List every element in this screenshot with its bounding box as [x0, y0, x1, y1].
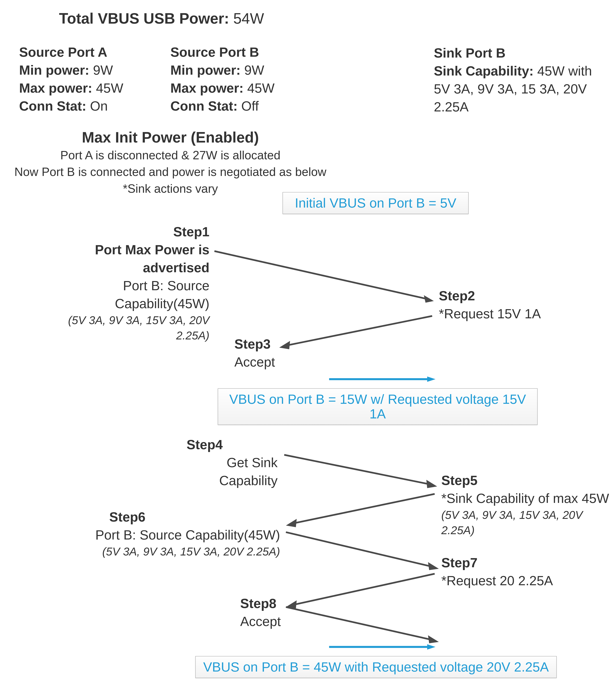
status-initial-text: Initial VBUS on Port B = 5V: [295, 196, 457, 210]
step3-label: Step3: [234, 335, 301, 353]
svg-marker-7: [426, 480, 437, 488]
step7-line1: *Request 20 2.25A: [441, 572, 591, 590]
sink-b-heading: Sink Port B: [434, 44, 616, 62]
source-a-min-label: Min power:: [19, 63, 89, 78]
source-b-heading: Source Port B: [170, 43, 317, 61]
status-vbus-45w: VBUS on Port B = 45W with Requested volt…: [195, 656, 557, 678]
source-b-max-value: 45W: [247, 81, 274, 95]
svg-marker-5: [427, 377, 436, 382]
max-init-line2: Now Port B is connected and power is neg…: [10, 164, 331, 180]
sink-b-cap-line2: 5V 3A, 9V 3A, 15 3A, 20V 2.25A: [434, 82, 587, 114]
step5: Step5 *Sink Capability of max 45W (5V 3A…: [441, 471, 611, 538]
source-a-conn-value: On: [90, 99, 108, 113]
arrow-s1-to-s2: [215, 251, 434, 304]
source-port-a: Source Port A Min power: 9W Max power: 4…: [19, 43, 166, 115]
svg-line-10: [286, 532, 434, 567]
svg-line-12: [291, 574, 435, 605]
step5-line1: *Sink Capability of max 45W: [441, 489, 611, 508]
svg-marker-17: [427, 644, 436, 649]
max-init-block: Max Init Power (Enabled) Port A is disco…: [10, 128, 331, 197]
status-initial-vbus: Initial VBUS on Port B = 5V: [283, 192, 468, 214]
svg-line-8: [291, 494, 435, 524]
svg-marker-9: [286, 519, 297, 527]
step3-line1: Accept: [234, 353, 301, 371]
arrow-s2-to-s3: [279, 316, 434, 351]
step4-label: Step4: [166, 436, 278, 454]
title-label: Total VBUS USB Power:: [59, 10, 229, 27]
max-init-heading: Max Init Power (Enabled): [10, 128, 331, 147]
arrow-s4-to-s5: [284, 455, 437, 490]
step6-label: Step6: [91, 508, 280, 526]
max-init-line1: Port A is disconnected & 27W is allocate…: [10, 147, 331, 164]
source-b-min-value: 9W: [244, 63, 264, 78]
source-b-max-label: Max power:: [170, 81, 243, 95]
svg-line-14: [286, 607, 434, 640]
step2: Step2 *Request 15V 1A: [439, 287, 588, 323]
svg-marker-11: [428, 562, 439, 570]
source-port-b: Source Port B Min power: 9W Max power: 4…: [170, 43, 317, 115]
step1: Step1 Port Max Power is advertised Port …: [50, 223, 210, 343]
total-vbus-title: Total VBUS USB Power: 54W: [59, 9, 264, 28]
svg-line-6: [284, 455, 432, 485]
source-b-min-label: Min power:: [170, 63, 241, 78]
svg-line-2: [284, 316, 432, 346]
status-15w-text: VBUS on Port B = 15W w/ Requested voltag…: [229, 392, 526, 421]
step6-line2: (5V 3A, 9V 3A, 15V 3A, 20V 2.25A): [91, 544, 280, 559]
source-b-conn-value: Off: [241, 99, 259, 113]
source-b-conn-label: Conn Stat:: [170, 99, 238, 113]
arrow-s6-to-s7: [286, 532, 439, 572]
status-45w-text: VBUS on Port B = 45W with Requested volt…: [203, 660, 549, 674]
step5-line2: (5V 3A, 9V 3A, 15V 3A, 20V 2.25A): [441, 508, 611, 538]
step4: Step4 Get Sink Capability: [166, 436, 278, 490]
source-a-min-value: 9W: [93, 63, 113, 78]
blue-arrow-45w: [329, 644, 436, 650]
step1-line1: Port Max Power is advertised: [50, 241, 210, 277]
step1-line2: Port B: Source Capability(45W): [50, 277, 210, 313]
diagram-canvas: Total VBUS USB Power: 54W Source Port A …: [0, 0, 616, 687]
sink-b-cap-value: 45W with: [537, 64, 592, 78]
step7: Step7 *Request 20 2.25A: [441, 554, 591, 590]
step1-line3: (5V 3A, 9V 3A, 15V 3A, 20V 2.25A): [50, 313, 210, 343]
step3: Step3 Accept: [234, 335, 301, 371]
sink-b-cap-label: Sink Capability:: [434, 64, 533, 78]
step2-line1: *Request 15V 1A: [439, 305, 588, 323]
source-a-conn-label: Conn Stat:: [19, 99, 86, 113]
title-value: 54W: [233, 10, 264, 27]
svg-marker-15: [428, 635, 439, 643]
step2-label: Step2: [439, 287, 588, 305]
step1-label: Step1: [50, 223, 210, 241]
arrow-s7-to-s8: [286, 574, 436, 610]
blue-arrow-15w: [329, 376, 436, 383]
source-a-heading: Source Port A: [19, 43, 166, 61]
svg-marker-1: [424, 295, 434, 303]
step4-line1: Get Sink Capability: [166, 454, 278, 490]
sink-port-b: Sink Port B Sink Capability: 45W with 5V…: [434, 44, 616, 116]
arrow-s5-to-s6: [286, 494, 436, 529]
step5-label: Step5: [441, 471, 611, 489]
arrow-s8-out: [286, 607, 439, 645]
source-a-max-label: Max power:: [19, 81, 92, 95]
status-vbus-15w: VBUS on Port B = 15W w/ Requested voltag…: [218, 388, 537, 425]
svg-line-0: [215, 251, 429, 299]
step6-line1: Port B: Source Capability(45W): [91, 526, 280, 544]
step6: Step6 Port B: Source Capability(45W) (5V…: [91, 508, 280, 559]
source-a-max-value: 45W: [96, 81, 123, 95]
step7-label: Step7: [441, 554, 591, 572]
